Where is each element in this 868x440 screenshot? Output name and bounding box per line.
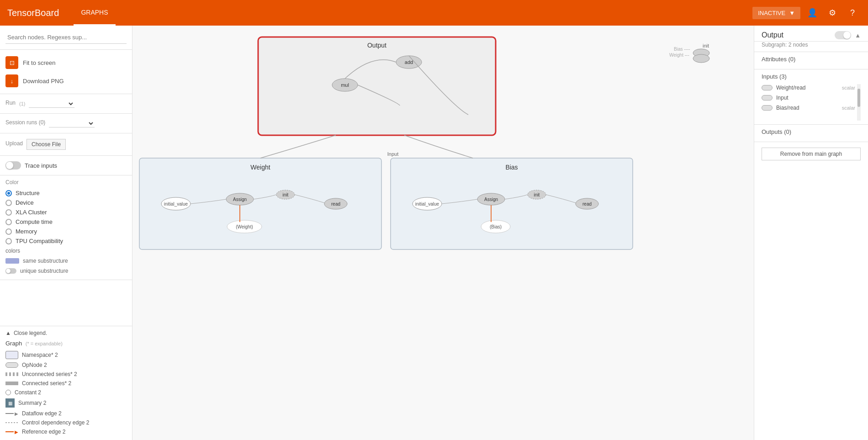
inactive-dropdown[interactable]: INACTIVE ▼ — [752, 7, 800, 19]
trace-inputs-toggle[interactable] — [5, 161, 21, 170]
connected-icon — [5, 382, 18, 385]
same-substructure-row: same substructure — [5, 256, 127, 266]
run-row: Run (1) — [5, 98, 127, 110]
radio-memory[interactable] — [5, 228, 12, 235]
trace-inputs-row: Trace inputs — [5, 159, 127, 171]
legend-constant: Constant 2 — [5, 388, 127, 397]
nav-graphs[interactable]: GRAPHS — [74, 0, 115, 26]
panel-toggle[interactable] — [835, 31, 851, 39]
input-oval-1 — [762, 85, 773, 90]
unique-substructure-toggle — [5, 268, 16, 274]
outputs-section: Outputs (0) — [754, 125, 868, 142]
svg-text:Assign: Assign — [233, 197, 247, 202]
collapse-icon[interactable]: ▲ — [855, 32, 861, 39]
person-icon[interactable]: 👤 — [804, 5, 820, 21]
color-compute[interactable]: Compute time — [5, 217, 127, 227]
outputs-title: Outputs (0) — [762, 128, 861, 135]
unique-substructure-row: unique substructure — [5, 266, 127, 276]
panel-title: Output — [762, 31, 783, 39]
radio-tpu[interactable] — [5, 238, 12, 244]
attributes-title: Attributes (0) — [762, 56, 861, 63]
radio-xla[interactable] — [5, 209, 12, 216]
toggle-knob — [6, 162, 13, 169]
graph-svg: Output add mul Weight initial_value Assi… — [132, 26, 754, 440]
upload-section: Upload Choose File — [0, 133, 132, 156]
svg-text:initial_value: initial_value — [415, 201, 439, 207]
summary-icon: ▦ — [5, 398, 15, 408]
color-memory[interactable]: Memory — [5, 227, 127, 236]
svg-text:(Bias): (Bias) — [490, 224, 502, 229]
chevron-down-icon: ▼ — [789, 10, 795, 16]
session-section: Session runs (0) — [0, 114, 132, 133]
attributes-section: Attributes (0) — [754, 52, 868, 69]
trace-inputs-section: Trace inputs — [0, 156, 132, 175]
legend-control: Control dependency edge 2 — [5, 418, 127, 427]
svg-text:Bias ----: Bias ---- — [674, 47, 690, 52]
legend-title: Graph (* = expandable) — [5, 340, 127, 347]
svg-text:Output: Output — [367, 42, 386, 49]
download-icon: ↓ — [5, 74, 18, 87]
graph-area[interactable]: Output add mul Weight initial_value Assi… — [132, 26, 754, 440]
right-panel: Output ▲ Subgraph: 2 nodes Attributes (0… — [754, 26, 868, 440]
fit-screen-icon: ⊡ — [5, 56, 18, 69]
radio-device[interactable] — [5, 200, 12, 206]
input-input: Input — [762, 93, 855, 103]
svg-text:init: init — [283, 192, 289, 197]
choose-file-button[interactable]: Choose File — [26, 139, 66, 150]
legend-summary: ▦ Summary 2 — [5, 397, 127, 409]
color-section: Color Structure Device XLA Cluster Compu… — [0, 175, 132, 280]
input-oval-3 — [762, 105, 773, 111]
inputs-title: Inputs (3) — [762, 73, 855, 80]
sidebar-search-section — [0, 26, 132, 50]
svg-point-33 — [693, 54, 709, 63]
settings-icon[interactable]: ⚙ — [824, 5, 841, 21]
output-node — [258, 37, 496, 135]
sidebar: ⊡ Fit to screen ↓ Download PNG Run (1) S… — [0, 26, 132, 440]
help-icon[interactable]: ? — [844, 5, 861, 21]
sidebar-actions: ⊡ Fit to screen ↓ Download PNG — [0, 50, 132, 94]
legend: ▲ Close legend. Graph (* = expandable) N… — [0, 326, 132, 440]
chevron-up-icon: ▲ — [5, 330, 11, 336]
topbar-right: INACTIVE ▼ 👤 ⚙ ? — [752, 5, 861, 21]
same-substructure-swatch — [5, 258, 19, 264]
svg-text:Input: Input — [387, 151, 398, 157]
radio-structure[interactable] — [5, 190, 12, 196]
download-png-button[interactable]: ↓ Download PNG — [5, 72, 127, 90]
panel-header: Output ▲ — [754, 26, 868, 42]
svg-text:Weight ---: Weight --- — [669, 53, 689, 58]
color-device[interactable]: Device — [5, 198, 127, 207]
constant-icon — [5, 390, 11, 395]
color-xla[interactable]: XLA Cluster — [5, 207, 127, 217]
unconnected-icon — [5, 372, 18, 376]
main-layout: ⊡ Fit to screen ↓ Download PNG Run (1) S… — [0, 26, 868, 440]
legend-unconnected: Unconnected series* 2 — [5, 370, 127, 379]
session-select[interactable] — [49, 119, 95, 127]
input-oval-2 — [762, 95, 773, 101]
fit-to-screen-button[interactable]: ⊡ Fit to screen — [5, 53, 127, 72]
run-select[interactable] — [29, 100, 74, 108]
color-tpu[interactable]: TPU Compatibility — [5, 236, 127, 246]
svg-text:Bias: Bias — [505, 164, 518, 171]
upload-row: Upload Choose File — [5, 137, 127, 152]
colors-label-row: colors — [5, 246, 127, 256]
run-section: Run (1) — [0, 94, 132, 114]
legend-dataflow: ▶ Dataflow edge 2 — [5, 409, 127, 418]
topbar: TensorBoard GRAPHS INACTIVE ▼ 👤 ⚙ ? — [0, 0, 868, 26]
legend-namespace: Namespace* 2 — [5, 350, 127, 360]
panel-subtitle: Subgraph: 2 nodes — [754, 42, 868, 52]
svg-text:mul: mul — [341, 82, 349, 88]
legend-opnode: OpNode 2 — [5, 360, 127, 370]
svg-text:(Weight): (Weight) — [236, 224, 253, 229]
remove-from-main-graph-button[interactable]: Remove from main graph — [762, 148, 861, 160]
input-weight-read: Weight/read scalar — [762, 83, 855, 93]
svg-text:read: read — [331, 201, 340, 207]
close-legend-button[interactable]: ▲ Close legend. — [5, 330, 127, 336]
panel-toggle-knob — [843, 32, 851, 39]
opnode-icon — [5, 362, 18, 368]
svg-text:init: init — [534, 192, 540, 197]
svg-text:add: add — [405, 59, 413, 65]
search-input[interactable] — [5, 31, 127, 44]
radio-compute[interactable] — [5, 219, 12, 225]
control-icon — [5, 422, 18, 423]
color-structure[interactable]: Structure — [5, 188, 127, 198]
